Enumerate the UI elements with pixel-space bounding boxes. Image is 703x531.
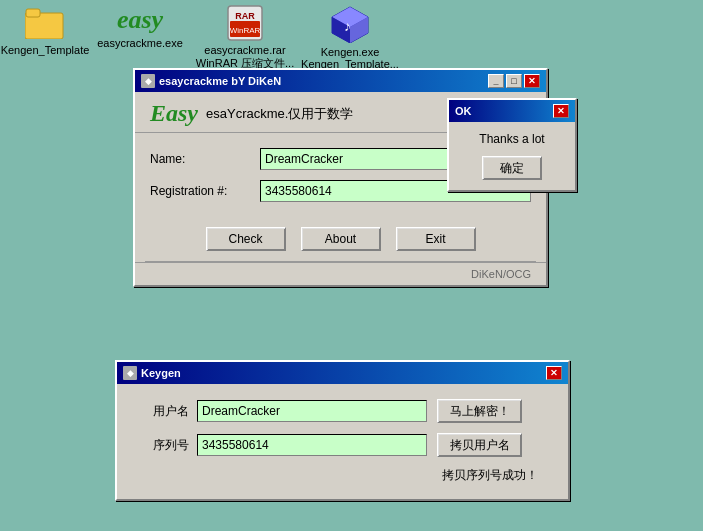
keygen-user-row: 用户名 马上解密！ (137, 399, 548, 423)
keygen-form: 用户名 马上解密！ 序列号 拷贝用户名 拷贝序列号成功！ (117, 384, 568, 499)
ok-titlebar-buttons: ✕ (553, 104, 569, 118)
keygen-title: Keygen (141, 367, 181, 379)
keygen-serial-row: 序列号 拷贝用户名 (137, 433, 548, 457)
footer-text: DiKeN/OCG (471, 268, 531, 280)
crackme-maximize-btn[interactable]: □ (506, 74, 522, 88)
kengen-exe-icon: ♪ (330, 5, 370, 46)
ok-titlebar-left: OK (455, 105, 472, 117)
keygen-window: ◆ Keygen ✕ 用户名 马上解密！ 序列号 拷贝用户名 拷贝序列号成功！ (115, 360, 570, 501)
ok-titlebar: OK ✕ (449, 100, 575, 122)
easy-exe-label: easycrackme.exe (97, 37, 183, 49)
keygen-status: 拷贝序列号成功！ (137, 467, 548, 484)
keygen-titlebar-left: ◆ Keygen (123, 366, 181, 380)
ok-dialog: OK ✕ Thanks a lot 确定 (447, 98, 577, 192)
name-label: Name: (150, 152, 260, 166)
crackme-subtitle: esaYcrackme.仅用于数学 (206, 105, 353, 123)
keygen-user-label: 用户名 (137, 403, 197, 420)
copy-user-button[interactable]: 拷贝用户名 (437, 433, 522, 457)
rar-icon: RAR WinRAR (227, 5, 263, 44)
keygen-serial-label: 序列号 (137, 437, 197, 454)
crackme-footer: DiKeN/OCG (135, 262, 546, 285)
ok-content: Thanks a lot 确定 (449, 122, 575, 190)
ok-confirm-button[interactable]: 确定 (482, 156, 542, 180)
desktop: Kengen_Template easy easycrackme.exe RAR… (0, 0, 703, 531)
crackme-close-btn[interactable]: ✕ (524, 74, 540, 88)
folder-label: Kengen_Template (1, 44, 90, 56)
reg-label: Registration #: (150, 184, 260, 198)
titlebar-left: ◆ esaycrackme bY DiKeN (141, 74, 281, 88)
easy-exe-icon: easy (117, 5, 163, 35)
crackme-window-icon: ◆ (141, 74, 155, 88)
crackme-titlebar-buttons: _ □ ✕ (488, 74, 540, 88)
crackme-title: esaycrackme bY DiKeN (159, 75, 281, 87)
keygen-window-icon: ◆ (123, 366, 137, 380)
crackme-easy-label: Easy (150, 100, 198, 127)
svg-text:RAR: RAR (235, 11, 255, 21)
exit-button[interactable]: Exit (396, 227, 476, 251)
crackme-minimize-btn[interactable]: _ (488, 74, 504, 88)
keygen-serial-input[interactable] (197, 434, 427, 456)
ok-close-btn[interactable]: ✕ (553, 104, 569, 118)
crackme-buttons: Check About Exit (135, 217, 546, 261)
kengen-exe-label: Kengen.exe Kengen_Template... (301, 46, 399, 70)
desktop-icon-kengen-template[interactable]: Kengen_Template (5, 5, 85, 56)
about-button[interactable]: About (301, 227, 381, 251)
check-button[interactable]: Check (206, 227, 286, 251)
svg-rect-1 (26, 9, 40, 17)
generate-button[interactable]: 马上解密！ (437, 399, 522, 423)
desktop-icon-easy-exe[interactable]: easy easycrackme.exe (100, 5, 180, 49)
keygen-close-btn[interactable]: ✕ (546, 366, 562, 380)
svg-text:♪: ♪ (344, 18, 351, 34)
svg-text:WinRAR: WinRAR (230, 26, 261, 35)
ok-title: OK (455, 105, 472, 117)
keygen-user-input[interactable] (197, 400, 427, 422)
desktop-icon-kengen-exe[interactable]: ♪ Kengen.exe Kengen_Template... (310, 5, 390, 70)
folder-icon (25, 5, 65, 42)
keygen-titlebar-buttons: ✕ (546, 366, 562, 380)
crackme-titlebar: ◆ esaycrackme bY DiKeN _ □ ✕ (135, 70, 546, 92)
keygen-titlebar: ◆ Keygen ✕ (117, 362, 568, 384)
ok-message: Thanks a lot (459, 132, 565, 146)
easy-text: easy (117, 5, 163, 34)
